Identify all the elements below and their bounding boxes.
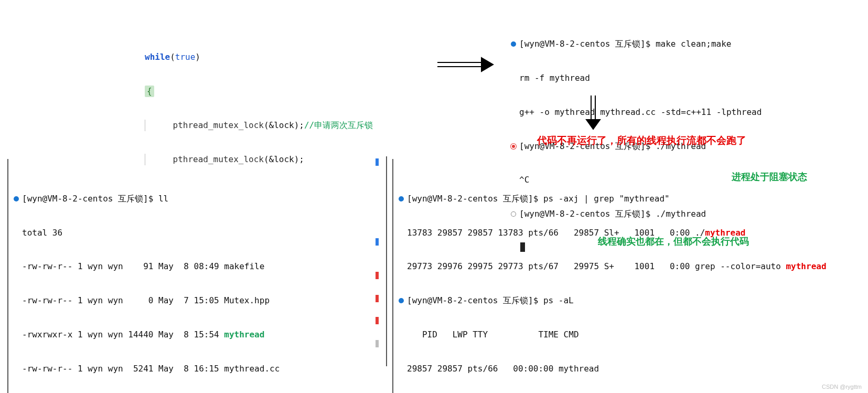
term-line: 29857 29857 pts/66 00:00:00 mythread [407,363,599,375]
term-line: PID LWP TTY TIME CMD [407,329,579,341]
code-block: while(true) { pthread_mutex_lock(&lock);… [145,29,373,177]
paren-open: ( [170,51,175,63]
term-line: [wyn@VM-8-2-centos 互斥锁]$ make clean;make [519,38,731,50]
watermark: CSDN @rygttm [822,384,862,390]
term-line: -rwxrwxr-x 1 wyn wyn 14440 May 8 15:54 [22,329,224,341]
term-line: g++ -o mythread mythread.cc -std=c++11 -… [519,107,762,118]
term-line: -rw-rw-r-- 1 wyn wyn 91 May 8 08:49 make… [22,261,264,272]
bullet-red-icon [511,144,516,149]
bullet-blue-icon [399,196,404,201]
code-line-2: { [145,86,373,97]
annotation-red: 代码不再运行了，所有的线程执行流都不会跑了 [537,134,746,147]
match-highlight: mythread [786,261,826,272]
executable-name: mythread [224,329,264,341]
term-line: rm -f mythread [519,72,590,84]
term-line: [wyn@VM-8-2-centos 互斥锁]$ ps -aL [407,295,574,306]
fn-args-1: (&lock); [264,120,304,131]
svg-marker-2 [481,58,493,71]
vertical-divider [386,156,387,366]
code-line-3: pthread_mutex_lock(&lock);//申请两次互斥锁 [145,120,373,131]
code-line-1: while(true) [145,51,373,63]
indent-guide [145,120,145,131]
bullet-blue-icon [14,196,19,201]
term-line: total 36 [22,227,62,239]
change-marks-left [376,156,379,366]
svg-marker-5 [586,120,600,129]
bullet-blue-icon [511,41,516,47]
arrow-down-icon [585,94,601,130]
keyword-while: while [145,51,170,63]
terminal-bottom-right: [wyn@VM-8-2-centos 互斥锁]$ ps -axj | grep … [400,159,798,393]
term-line: 29773 29976 29975 29773 pts/67 29975 S+ … [407,261,786,272]
annotation-green-2: 线程确实也都在，但都不会执行代码 [598,235,749,248]
brace-open: { [145,86,154,97]
term-line: -rw-rw-r-- 1 wyn wyn 5241 May 8 16:15 my… [22,363,280,375]
terminal-bottom-left: [wyn@VM-8-2-centos 互斥锁]$ ll total 36 -rw… [15,159,350,393]
paren-close: ) [195,51,200,63]
annotation-green-1: 进程处于阻塞状态 [732,171,807,183]
term-line: -rw-rw-r-- 1 wyn wyn 0 May 7 15:05 Mutex… [22,295,270,306]
terminal-gutter [392,159,393,393]
term-line: [wyn@VM-8-2-centos 互斥锁]$ ll [22,193,168,205]
fn-call-1: pthread_mutex_lock [173,120,264,131]
arrow-right-icon [436,57,494,72]
term-line: [wyn@VM-8-2-centos 互斥锁]$ ps -axj | grep … [407,193,670,205]
comment: //申请两次互斥锁 [304,120,373,131]
keyword-true: true [175,51,196,63]
bullet-blue-icon [399,298,404,303]
terminal-gutter [7,159,8,393]
